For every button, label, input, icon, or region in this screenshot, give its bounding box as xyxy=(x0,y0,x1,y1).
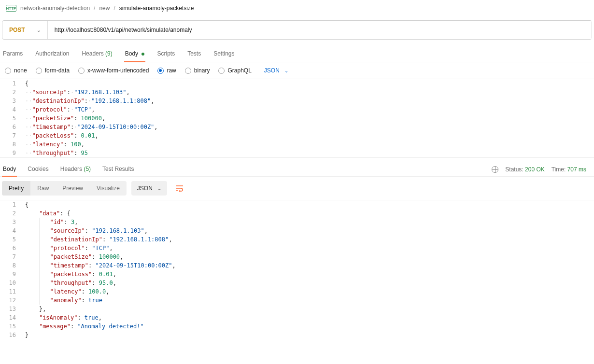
radio-icon xyxy=(157,68,164,74)
request-tabs: Params Authorization Headers (9) Body Sc… xyxy=(0,43,594,62)
line-number: 9 xyxy=(0,270,22,279)
code-line: ··"timestamp":·"2024-09-15T10:00:00Z", xyxy=(22,123,594,131)
line-number: 11 xyxy=(0,287,22,296)
chevron-down-icon: ⌄ xyxy=(157,186,161,191)
breadcrumb-item[interactable]: new xyxy=(99,5,110,12)
modified-indicator-icon xyxy=(141,53,144,56)
resp-tab-body[interactable]: Body xyxy=(2,163,17,176)
request-body-editor[interactable]: 1{ 2··"sourceIp":·"192.168.1.103", 3··"d… xyxy=(0,79,594,157)
line-number: 10 xyxy=(0,279,22,287)
code-line: ··"throughput": 95 xyxy=(22,149,594,157)
line-number: 7 xyxy=(0,131,22,140)
body-type-graphql[interactable]: GraphQL xyxy=(218,67,251,74)
tab-body[interactable]: Body xyxy=(124,47,146,62)
tab-headers-label: Headers xyxy=(82,50,103,57)
code-line: "data": { xyxy=(22,209,594,218)
raw-format-select[interactable]: JSON ⌄ xyxy=(264,67,288,74)
resp-tab-headers-label: Headers xyxy=(60,166,82,172)
http-method-label: POST xyxy=(9,27,25,33)
http-method-icon: HTTP xyxy=(6,5,16,12)
resp-tab-cookies[interactable]: Cookies xyxy=(27,163,49,176)
tab-params[interactable]: Params xyxy=(2,47,24,62)
breadcrumb-separator: / xyxy=(113,5,115,12)
view-pretty[interactable]: Pretty xyxy=(2,181,30,196)
resp-tab-headers-count: (5) xyxy=(84,166,91,172)
tab-body-label: Body xyxy=(125,50,138,57)
body-type-none[interactable]: none xyxy=(5,67,27,74)
line-number: 8 xyxy=(0,261,22,270)
tab-settings[interactable]: Settings xyxy=(212,47,235,62)
breadcrumb-item[interactable]: network-anomaly-detection xyxy=(20,5,90,12)
response-format-select[interactable]: JSON ⌄ xyxy=(131,181,167,196)
line-number: 9 xyxy=(0,149,22,157)
code-line: "destinationIp": "192.168.1.1:808", xyxy=(22,235,594,244)
body-type-urlencoded[interactable]: x-www-form-urlencoded xyxy=(78,67,149,74)
radio-icon xyxy=(36,68,42,74)
time-value: 707 ms xyxy=(567,166,586,173)
line-number: 16 xyxy=(0,331,22,339)
globe-icon[interactable] xyxy=(492,166,498,173)
wrap-lines-button[interactable] xyxy=(172,181,187,196)
view-preview[interactable]: Preview xyxy=(56,181,90,196)
code-line: ··"protocol":·"TCP", xyxy=(22,105,594,114)
line-number: 8 xyxy=(0,140,22,149)
response-body-viewer[interactable]: 1{ 2 "data": { 3 "id": 3, 4 "sourceIp": … xyxy=(0,200,594,339)
line-number: 5 xyxy=(0,114,22,123)
body-type-binary[interactable]: binary xyxy=(185,67,210,74)
code-line: "packetLoss": 0.01, xyxy=(22,270,594,279)
line-number: 5 xyxy=(0,235,22,244)
response-view-mode: Pretty Raw Preview Visualize xyxy=(2,181,127,196)
code-line: { xyxy=(22,200,594,209)
breadcrumb: HTTP network-anomaly-detection / new / s… xyxy=(0,0,594,16)
request-url-bar: POST ⌄ xyxy=(2,20,592,40)
tab-headers-count: (9) xyxy=(105,50,113,57)
chevron-down-icon: ⌄ xyxy=(284,68,288,73)
line-number: 14 xyxy=(0,313,22,322)
code-line: ··"latency": 100, xyxy=(22,140,594,149)
code-line: "isAnomaly": true, xyxy=(22,313,594,322)
code-line: ··"packetSize": 100000, xyxy=(22,114,594,123)
line-number: 6 xyxy=(0,123,22,131)
code-line: "sourceIp": "192.168.1.103", xyxy=(22,226,594,235)
line-number: 15 xyxy=(0,322,22,331)
line-number: 2 xyxy=(0,209,22,218)
chevron-down-icon: ⌄ xyxy=(37,28,41,33)
radio-icon xyxy=(218,68,225,74)
response-status-bar: Status: 200 OK Time: 707 ms xyxy=(492,166,592,173)
view-visualize[interactable]: Visualize xyxy=(90,181,127,196)
radio-icon xyxy=(185,68,191,74)
line-number: 3 xyxy=(0,97,22,105)
tab-tests[interactable]: Tests xyxy=(186,47,202,62)
resp-tab-headers[interactable]: Headers (5) xyxy=(59,163,92,176)
resp-tab-test-results[interactable]: Test Results xyxy=(101,163,135,176)
line-number: 6 xyxy=(0,244,22,252)
body-type-form-data[interactable]: form-data xyxy=(36,67,70,74)
response-tabs: Body Cookies Headers (5) Test Results St… xyxy=(0,157,594,177)
line-number: 1 xyxy=(0,200,22,209)
code-line: "throughput": 95.0, xyxy=(22,279,594,287)
url-input[interactable] xyxy=(48,21,592,39)
breadcrumb-current: simulate-anamoly-packetsize xyxy=(119,5,194,12)
line-number: 13 xyxy=(0,305,22,313)
code-line: "packetSize": 100000, xyxy=(22,252,594,261)
line-number: 2 xyxy=(0,88,22,97)
response-toolbar: Pretty Raw Preview Visualize JSON ⌄ xyxy=(0,177,594,200)
tab-scripts[interactable]: Scripts xyxy=(156,47,176,62)
body-type-raw[interactable]: raw xyxy=(157,67,176,74)
tab-headers[interactable]: Headers (9) xyxy=(81,47,113,62)
body-type-selector: none form-data x-www-form-urlencoded raw… xyxy=(0,62,594,79)
http-method-select[interactable]: POST ⌄ xyxy=(2,21,48,39)
radio-icon xyxy=(5,68,11,74)
code-line: } xyxy=(22,331,594,339)
line-number: 4 xyxy=(0,226,22,235)
code-line: "timestamp": "2024-09-15T10:00:00Z", xyxy=(22,261,594,270)
code-line: "protocol": "TCP", xyxy=(22,244,594,252)
code-line: "id": 3, xyxy=(22,218,594,226)
view-raw[interactable]: Raw xyxy=(30,181,56,196)
raw-format-label: JSON xyxy=(264,67,280,74)
status-code: 200 OK xyxy=(525,166,545,173)
line-number: 4 xyxy=(0,105,22,114)
breadcrumb-separator: / xyxy=(94,5,95,12)
radio-icon xyxy=(78,68,85,74)
tab-authorization[interactable]: Authorization xyxy=(34,47,70,62)
